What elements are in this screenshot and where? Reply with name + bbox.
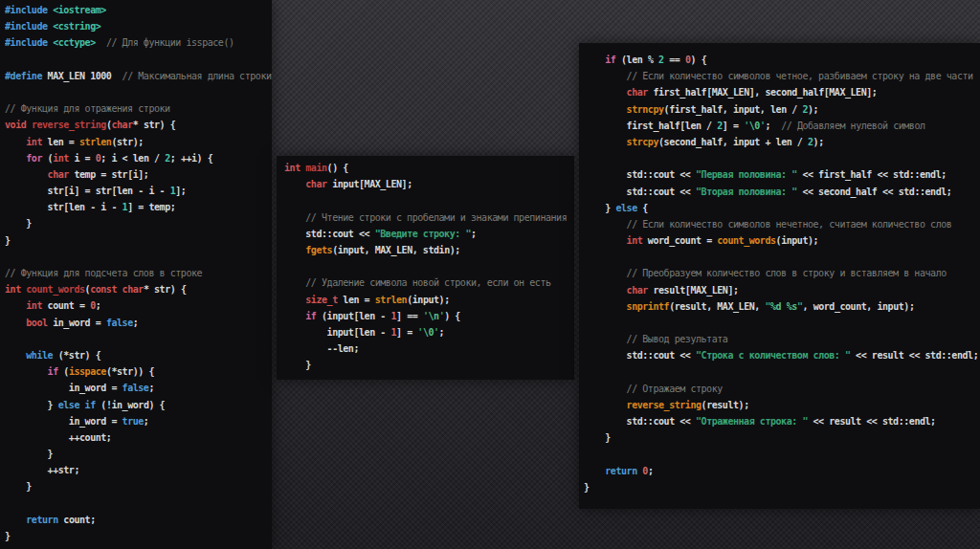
code-token-cmt: // Добавляем нулевой символ xyxy=(770,121,925,131)
code-line: std::cout << "Вторая половина: " << seco… xyxy=(584,184,980,200)
code-token-kw: #include xyxy=(5,21,48,32)
code-token-pl xyxy=(584,55,605,65)
code-token-pl: ; xyxy=(439,327,445,338)
code-token-type: void xyxy=(5,120,26,130)
code-token-pl: << result << std::endl; xyxy=(808,416,936,427)
code-token-pl: input[MAX_LEN]; xyxy=(327,179,412,189)
code-token-cmt: // Максимальная длина строки xyxy=(111,71,271,81)
code-token-kw: false xyxy=(122,383,149,393)
code-token-pl: std::cout << xyxy=(584,350,696,361)
code-token-pl: (result); xyxy=(702,400,749,410)
code-line: // Вывод результата xyxy=(584,331,980,347)
code-line: int len = strlen(str); xyxy=(5,134,272,150)
code-line xyxy=(5,331,272,347)
code-line: reverse_string(result); xyxy=(584,397,980,413)
code-line: #include <iostream> xyxy=(5,2,272,18)
code-line xyxy=(5,249,272,265)
code-token-fn: fgets xyxy=(305,245,332,255)
code-token-pl: ); xyxy=(808,104,818,115)
code-token-esc: %s xyxy=(787,301,797,312)
code-token-pl: << second_half << std::endl; xyxy=(797,187,952,197)
code-token-str: "Строка с количеством слов: " xyxy=(696,350,851,361)
code-token-pl: count; xyxy=(58,515,96,525)
code-token-pl: (input); xyxy=(407,295,450,305)
code-token-pl: ; ++i) { xyxy=(170,153,213,164)
code-token-pl xyxy=(5,318,26,328)
code-token-fn: count_words xyxy=(717,235,775,246)
code-token-pl: result[MAX_LEN]; xyxy=(648,285,739,296)
code-token-fndef: main xyxy=(305,163,326,173)
code-token-pl: first_half[len / xyxy=(584,121,717,131)
code-token-pl xyxy=(5,350,26,361)
code-token-cmt: // Преобразуем количество слов в строку … xyxy=(584,268,947,278)
code-line: str[i] = str[len - i - 1]; xyxy=(5,183,272,199)
desktop-background: #include <iostream>#include <cstring>#in… xyxy=(0,0,980,549)
code-line: } xyxy=(5,446,272,462)
code-token-pl: len = xyxy=(42,137,79,147)
code-token-str: "Отраженная строка: " xyxy=(696,416,808,427)
code-token-kw: return xyxy=(26,515,57,525)
code-token-pl: } xyxy=(284,360,311,370)
code-token-pl xyxy=(584,301,627,312)
code-token-pl: ] = xyxy=(723,121,744,131)
code-token-pl: ; xyxy=(144,416,149,427)
code-line: size_t len = strlen(input); xyxy=(284,292,574,308)
code-line: if (len % 2 == 0) { xyxy=(584,52,980,68)
code-line: fgets(input, MAX_LEN, stdin); xyxy=(284,242,574,258)
code-token-pl xyxy=(584,235,627,246)
code-token-type: char xyxy=(627,285,648,296)
code-line: for (int i = 0; i < len / 2; ++i) { xyxy=(5,150,272,166)
code-token-pl: MAX_LEN 1000 xyxy=(42,71,111,81)
code-token-pl: ( xyxy=(42,153,53,164)
code-line: // Если количество символов четное, разб… xyxy=(584,68,980,84)
code-line: strcpy(second_half, input + len / 2); xyxy=(584,134,980,150)
code-token-pl: } xyxy=(5,481,32,492)
code-token-cmt: // Вывод результата xyxy=(584,334,727,344)
code-token-fn: strlen xyxy=(79,137,111,147)
code-line: #include <cstring> xyxy=(5,18,272,34)
code-line: } else if (!in_word) { xyxy=(5,397,272,413)
code-token-pl xyxy=(5,515,26,525)
code-token-fndef: reverse_string xyxy=(32,120,106,130)
code-token-pl: count = xyxy=(42,300,90,311)
code-panel-right: if (len % 2 == 0) { // Если количество с… xyxy=(579,43,980,509)
code-token-inc: <cstring> xyxy=(53,21,100,32)
code-token-pl xyxy=(584,104,627,115)
code-token-pl: --len; xyxy=(284,343,359,354)
code-token-pl xyxy=(584,466,605,476)
code-line: } xyxy=(5,528,272,544)
code-token-pl: (result, MAX_LEN, xyxy=(669,301,765,312)
code-line: int count = 0; xyxy=(5,297,272,314)
code-token-pl xyxy=(5,366,48,377)
code-token-ctl: if xyxy=(605,55,615,65)
code-token-type: int xyxy=(26,300,42,311)
code-line xyxy=(284,258,574,274)
code-line: } xyxy=(584,429,980,446)
code-token-pl xyxy=(584,285,627,296)
code-token-pl: ] = xyxy=(396,327,417,338)
code-token-cmt: // Если количество символов четное, разб… xyxy=(584,71,973,81)
code-token-fn: reverse_string xyxy=(627,400,702,410)
code-token-kw: return xyxy=(605,466,636,476)
code-token-pl: * str) { xyxy=(133,120,176,130)
code-token-fndef: count_words xyxy=(26,284,84,295)
code-token-pl: } xyxy=(5,400,58,410)
code-line: strncpy(first_half, input, len / 2); xyxy=(584,101,980,118)
code-line: // Отражаем строку xyxy=(584,381,980,397)
code-line: first_half[len / 2] = '\0'; // Добавляем… xyxy=(584,118,980,134)
code-token-type: char xyxy=(48,169,69,180)
code-token-type: int xyxy=(5,284,21,295)
code-line: return 0; xyxy=(584,463,980,479)
code-token-fn: snprintf xyxy=(627,301,670,312)
code-token-kw: while xyxy=(26,350,53,361)
code-token-pl: ) { xyxy=(690,55,706,65)
code-token-type: char xyxy=(627,87,648,98)
code-line: std::cout << "Отраженная строка: " << re… xyxy=(584,413,980,429)
code-token-pl: (input[len - xyxy=(316,311,390,321)
code-line xyxy=(584,364,980,381)
code-token-pl: } xyxy=(5,449,53,459)
code-token-pl: ]; xyxy=(175,186,186,196)
code-token-pl: str[len - i - xyxy=(5,202,122,212)
code-token-pl: input[len - xyxy=(284,327,390,338)
code-token-kw: #define xyxy=(5,71,42,81)
